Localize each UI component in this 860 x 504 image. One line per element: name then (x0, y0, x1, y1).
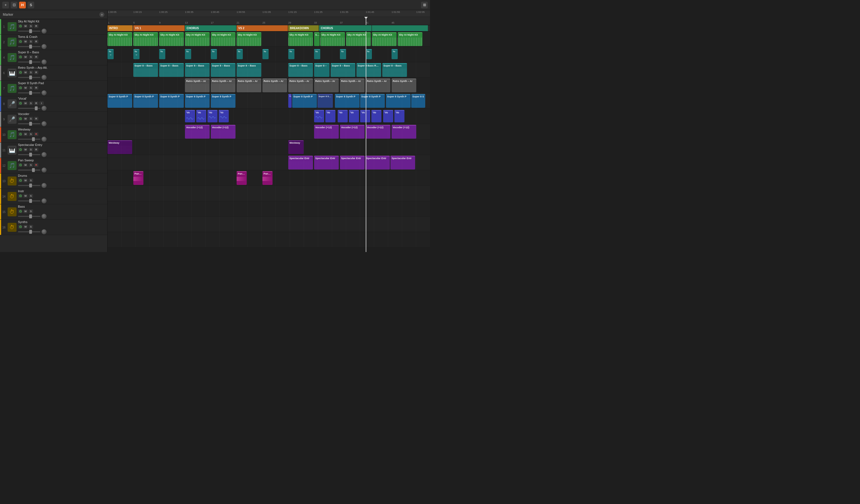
clip-retro-5[interactable]: Retro Synth – Ar (288, 78, 313, 92)
clip-synth-10[interactable]: Super 8 Synth P (386, 94, 411, 108)
section-intro[interactable]: INTRO (108, 25, 133, 31)
clip-spec-5[interactable]: Spectacular Entr (390, 156, 415, 170)
clip-synth-11[interactable]: Super 8 S (411, 94, 425, 108)
clip-west-1[interactable]: Westway (108, 140, 132, 154)
fader-track[interactable] (18, 31, 40, 32)
fader-track[interactable] (18, 139, 40, 140)
clip-pan-2[interactable]: Pan Sw (236, 171, 247, 185)
record-button[interactable]: R (34, 24, 39, 28)
clip-synth-8[interactable]: Super 8 Synth P (335, 94, 360, 108)
fader-track[interactable] (18, 61, 40, 62)
clip-voc-3[interactable]: Vocoder (+12) (314, 125, 339, 139)
volume-knob[interactable] (42, 106, 47, 111)
fader-track[interactable] (18, 154, 40, 155)
clip-toms-10[interactable]: To (340, 49, 346, 59)
clip-spec-4[interactable]: Spectacular Entr (365, 156, 390, 170)
clip-toms-2[interactable]: To – (133, 49, 140, 59)
clip-retro-1[interactable]: Retro Synth – Ar (185, 78, 210, 92)
clip-vocal-3[interactable]: 'Vo (207, 110, 217, 123)
mute-button[interactable]: M (23, 70, 28, 74)
solo-button[interactable]: S (29, 55, 33, 59)
fader-track[interactable] (18, 108, 40, 109)
clip-vocal-12[interactable]: 'Vo (395, 110, 404, 123)
volume-knob[interactable] (42, 137, 47, 142)
mute-button[interactable]: M (23, 194, 28, 198)
section-ending[interactable] (372, 25, 428, 31)
mute-button[interactable]: M (23, 101, 28, 105)
clip-toms-8[interactable]: To (288, 49, 295, 59)
fader-track[interactable] (18, 92, 40, 93)
clip-sky-1[interactable]: Sky At Night Kit (108, 32, 132, 46)
clip-synth-2[interactable]: Super 8 Synth P (133, 94, 158, 108)
clip-bass-1[interactable]: Super 8 – Bass (133, 63, 158, 77)
marker-add-button[interactable]: + (99, 12, 104, 17)
clip-west-2[interactable]: Westway (288, 140, 304, 154)
clip-retro-8[interactable]: Retro Synth – Ar (366, 78, 390, 92)
clip-bass-retro[interactable]: Super 8 Bass Retro Synth Ar (357, 63, 381, 77)
clip-sky-7[interactable]: Sky At Night Kit (288, 32, 313, 46)
clip-retro-9[interactable]: Retro Synth – Ar (391, 78, 416, 92)
clip-toms-5[interactable]: To (211, 49, 217, 59)
clip-sky-12[interactable]: Sky At Night Kit (398, 32, 422, 46)
record-button[interactable]: R (34, 55, 39, 59)
clip-toms-7[interactable]: To (262, 49, 269, 59)
mute-button[interactable]: M (23, 209, 28, 213)
solo-button[interactable]: S (29, 101, 33, 105)
solo-button[interactable]: S (29, 209, 33, 213)
power-button[interactable]: ⏻ (18, 163, 23, 167)
volume-knob[interactable] (42, 44, 47, 49)
volume-knob[interactable] (42, 59, 47, 64)
clip-retro-6[interactable]: Retro Synth – Ar (314, 78, 339, 92)
fader-track[interactable] (18, 170, 40, 171)
power-button[interactable]: ⏻ (18, 194, 23, 198)
clip-voc-6[interactable]: Vocoder (+12) (391, 125, 416, 139)
power-button[interactable]: ⏻ (18, 70, 23, 74)
volume-knob[interactable] (42, 183, 47, 188)
mute-button[interactable]: M (23, 86, 28, 90)
record-button[interactable]: R (34, 117, 39, 121)
clip-synth-6[interactable]: Super 8 Synth P (292, 94, 317, 108)
power-button[interactable]: ⏻ (18, 24, 23, 28)
solo-button[interactable]: S (29, 225, 33, 229)
clip-pan-1[interactable]: Pan Sw (133, 171, 143, 185)
clip-toms-12[interactable]: To (391, 49, 398, 59)
volume-knob[interactable] (42, 214, 47, 219)
power-button[interactable]: ⏻ (18, 148, 23, 152)
clip-toms-4[interactable]: To (185, 49, 191, 59)
loop-button[interactable]: ⊡ (11, 2, 17, 9)
clip-vocal-11[interactable]: 'Vo (383, 110, 393, 123)
arrange-button[interactable]: ⊞ (421, 2, 428, 9)
clip-vocal-6[interactable]: 'Vo (325, 110, 335, 123)
solo-button[interactable]: S (29, 24, 33, 28)
add-button[interactable]: + (2, 2, 9, 9)
clip-retro-2[interactable]: Retro Synth – Ar (211, 78, 235, 92)
clip-sky-8[interactable]: Sky At (314, 32, 320, 46)
mute-button[interactable]: M (23, 55, 28, 59)
mute-button[interactable]: M (23, 117, 28, 121)
solo-button[interactable]: S (29, 70, 33, 74)
clip-toms-3[interactable]: To (159, 49, 165, 59)
fader-track[interactable] (18, 77, 40, 78)
clip-toms-9[interactable]: To (314, 49, 320, 59)
section-breakdown[interactable]: BREAKDOWN (288, 25, 319, 31)
power-button[interactable]: ⏻ (18, 55, 23, 59)
power-button[interactable]: ⏻ (18, 86, 23, 90)
clip-spec-3[interactable]: Spectacular Entr (340, 156, 364, 170)
volume-knob[interactable] (42, 75, 47, 80)
clip-pan-3[interactable]: Pan Sw (262, 171, 273, 185)
clip-bass-2[interactable]: Super 8 – Bass (159, 63, 184, 77)
power-button[interactable]: ⏻ (18, 101, 23, 105)
clip-vocal-5[interactable]: 'Vo (314, 110, 324, 123)
mute-button[interactable]: M (23, 178, 28, 183)
clip-voc-2[interactable]: Vocoder (+12) (211, 125, 235, 139)
s-button[interactable]: S (28, 2, 34, 9)
solo-button[interactable]: S (29, 86, 33, 90)
clip-vocal-2[interactable]: 'Vo (196, 110, 206, 123)
volume-knob[interactable] (42, 168, 47, 173)
clip-voc-5[interactable]: Vocoder (+12) (366, 125, 390, 139)
record-button[interactable]: R (34, 86, 39, 90)
solo-button[interactable]: S (29, 117, 33, 121)
input-button[interactable]: I (39, 101, 44, 105)
power-button[interactable]: ⏻ (18, 209, 23, 213)
power-button[interactable]: ⏻ (18, 225, 23, 229)
